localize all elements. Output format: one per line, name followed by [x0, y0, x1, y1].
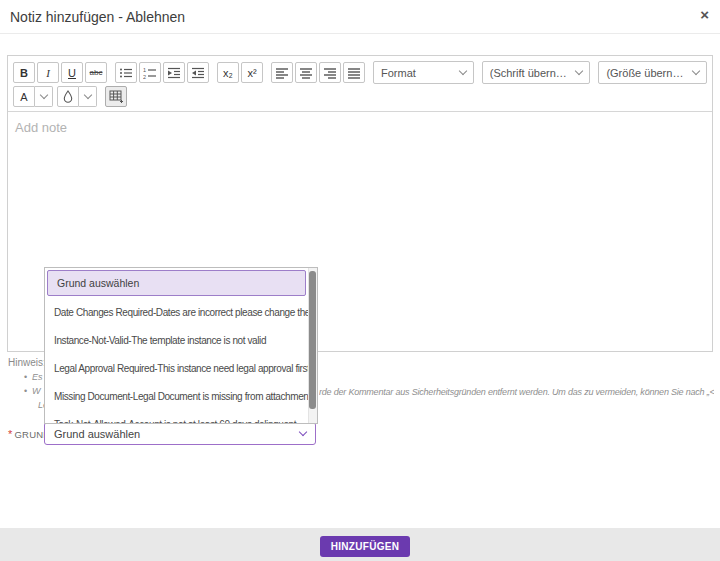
- svg-text:1: 1: [143, 67, 146, 73]
- align-justify-icon: [347, 67, 361, 79]
- add-button[interactable]: HINZUFÜGEN: [320, 536, 411, 557]
- dropdown-option[interactable]: Legal Approval Required-This instance ne…: [45, 354, 308, 382]
- svg-text:2: 2: [143, 73, 146, 79]
- dropdown-option[interactable]: Date Changes Required-Dates are incorrec…: [45, 298, 308, 326]
- align-center-button[interactable]: [295, 62, 317, 83]
- bullet-list-icon: [119, 67, 133, 79]
- align-center-icon: [299, 67, 313, 79]
- text-color-button[interactable]: A: [13, 86, 35, 107]
- table-icon: [109, 90, 123, 103]
- font-select[interactable]: (Schrift überne...: [482, 61, 591, 84]
- text-style-group: B I U abc: [13, 62, 107, 83]
- dropdown-scrollbar-thumb[interactable]: [309, 271, 316, 409]
- script-group: x₂ x²: [217, 62, 263, 83]
- text-color-split-button: A: [13, 86, 53, 107]
- dropdown-option[interactable]: Instance-Not-Valid-The template instance…: [45, 326, 308, 354]
- background-color-dropdown-button[interactable]: [79, 86, 97, 107]
- font-select-value: (Schrift überne...: [490, 67, 569, 79]
- size-select-value: (Größe überneh...: [606, 67, 685, 79]
- insert-table-button[interactable]: [105, 86, 127, 107]
- close-icon[interactable]: ×: [700, 7, 709, 23]
- align-left-icon: [275, 67, 289, 79]
- header-divider: [0, 33, 720, 34]
- background-color-split-button: [57, 86, 97, 107]
- bold-button[interactable]: B: [13, 62, 35, 83]
- subscript-button[interactable]: x₂: [217, 62, 239, 83]
- outdent-icon: [191, 67, 205, 79]
- superscript-button[interactable]: x²: [241, 62, 263, 83]
- required-marker: *: [8, 428, 12, 440]
- chevron-down-icon: [692, 67, 700, 75]
- outdent-button[interactable]: [187, 62, 209, 83]
- list-indent-group: 12: [115, 62, 209, 83]
- numbered-list-button[interactable]: 12: [139, 62, 161, 83]
- chevron-down-icon: [39, 91, 47, 99]
- reason-dropdown-list: Grund auswählen Date Changes Required-Da…: [44, 267, 318, 424]
- strikethrough-button[interactable]: abc: [85, 62, 107, 83]
- chevron-down-icon: [83, 91, 91, 99]
- reason-select-value: Grund auswählen: [54, 428, 140, 440]
- hint-bullet-2: W: [24, 386, 40, 396]
- indent-icon: [167, 67, 181, 79]
- bullet-list-button[interactable]: [115, 62, 137, 83]
- dropdown-option-selected[interactable]: Grund auswählen: [47, 270, 306, 296]
- editor-toolbar: B I U abc 12: [8, 56, 712, 112]
- toolbar-row-2: A: [13, 86, 707, 107]
- dialog-title: Notiz hinzufügen - Ablehnen: [10, 9, 185, 25]
- reason-select[interactable]: Grund auswählen: [44, 422, 316, 445]
- hint-label: Hinweis:: [8, 357, 46, 368]
- dropdown-option[interactable]: Missing Document-Legal Document is missi…: [45, 382, 308, 410]
- hint-bullet-2-continued: rde der Kommentar aus Sicherheitsgründen…: [319, 387, 714, 397]
- underline-button[interactable]: U: [61, 62, 83, 83]
- align-justify-button[interactable]: [343, 62, 365, 83]
- add-note-dialog: Notiz hinzufügen - Ablehnen × B I U abc …: [0, 0, 720, 561]
- chevron-down-icon: [575, 67, 583, 75]
- toolbar-row-1: B I U abc 12: [13, 61, 707, 84]
- reason-dropdown-items: Grund auswählen Date Changes Required-Da…: [45, 268, 308, 424]
- dialog-footer: HINZUFÜGEN: [0, 528, 720, 561]
- size-select[interactable]: (Größe überneh...: [598, 61, 707, 84]
- chevron-down-icon: [459, 67, 467, 75]
- chevron-down-icon: [299, 428, 307, 436]
- numbered-list-icon: 12: [143, 67, 157, 79]
- indent-button[interactable]: [163, 62, 185, 83]
- hint-bullet-1: Es: [24, 372, 42, 382]
- dropdown-scrollbar-track[interactable]: [308, 268, 317, 423]
- format-select[interactable]: Format: [373, 61, 474, 84]
- dropdown-option[interactable]: Task-Not-Allowed-Account is not at least…: [45, 410, 308, 424]
- align-right-button[interactable]: [319, 62, 341, 83]
- italic-button[interactable]: I: [37, 62, 59, 83]
- background-color-button[interactable]: [57, 86, 79, 107]
- format-select-value: Format: [381, 67, 452, 79]
- droplet-icon: [62, 90, 74, 103]
- align-left-button[interactable]: [271, 62, 293, 83]
- align-right-icon: [323, 67, 337, 79]
- text-color-dropdown-button[interactable]: [35, 86, 53, 107]
- align-group: [271, 62, 365, 83]
